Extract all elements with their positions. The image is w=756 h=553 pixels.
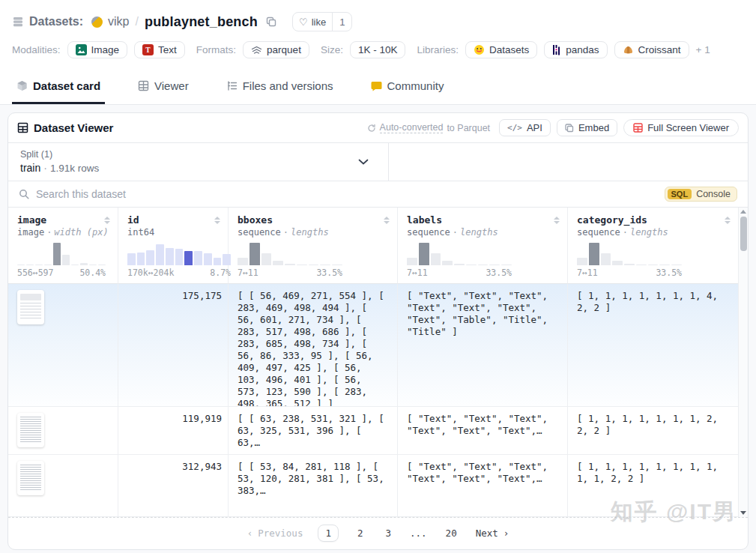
embed-button[interactable]: Embed [557,119,617,136]
search-icon [19,189,29,199]
split-name: train [20,162,40,174]
owner-avatar[interactable] [91,16,103,28]
library-datasets-badge[interactable]: Datasets [465,41,537,58]
size-value: 1K - 10K [358,44,398,55]
histogram-bar [89,265,97,266]
column-histogram[interactable] [238,243,342,265]
page-button-1[interactable]: 1 [318,525,339,542]
column-histogram[interactable] [127,243,231,265]
sql-console-button[interactable]: SQL Console [665,187,738,202]
table-row[interactable]: 119,919 [ [ 63, 238, 531, 321 ], [ 63, 3… [8,407,738,455]
tab-community[interactable]: Community [366,72,449,104]
column-name: image [17,214,46,226]
histogram-bar [273,261,283,265]
fullscreen-viewer-button[interactable]: Full Screen Viewer [623,119,739,136]
histogram-bar [17,265,25,266]
histogram-bar [194,251,202,265]
column-type-detail: width (px) [54,227,108,238]
search-input[interactable] [36,188,658,200]
datasets-section-label: Datasets: [29,15,83,28]
tab-viewer[interactable]: Viewer [133,72,193,104]
histogram-bar [285,264,295,265]
page-button-20[interactable]: 20 [442,525,461,541]
size-badge[interactable]: 1K - 10K [350,41,406,58]
next-page-button[interactable]: Next › [476,528,509,539]
pagination: ‹ Previous 1 2 3 ... 20 Next › [8,517,748,549]
more-libraries-label[interactable]: + 1 [696,44,710,55]
like-button[interactable]: ♡ like 1 [292,12,352,31]
like-button-left[interactable]: ♡ like [293,13,333,31]
sort-icon[interactable] [384,217,390,224]
column-header-bboxes[interactable]: bboxes sequence·lengths 7↔1133.5% [229,208,398,284]
histogram-bar [659,265,670,265]
column-histogram[interactable] [407,243,512,265]
modality-text-badge[interactable]: T Text [134,41,185,58]
cell-id: 175,175 [118,284,229,406]
text-modality-icon: T [142,44,154,55]
column-header-category-ids[interactable]: category_ids sequence·lengths 7↔1133.5% [568,208,738,284]
histogram-bar [320,265,330,265]
modality-image-badge[interactable]: Image [67,41,128,58]
like-count[interactable]: 1 [333,13,351,31]
histogram-bar [175,249,184,266]
column-histogram[interactable] [17,243,106,265]
format-parquet-badge[interactable]: parquet [243,41,309,58]
cell-labels: [ "Text", "Text", "Text", "Text", "Text"… [398,407,568,454]
dataset-name-link[interactable]: publaynet_bench [145,14,258,30]
library-pandas-badge[interactable]: pandas [544,41,607,58]
previous-page-button[interactable]: ‹ Previous [247,528,303,539]
row-image-thumbnail[interactable] [17,413,44,447]
column-header-image[interactable]: image image·width (px) 556↔59750.4% [8,208,118,284]
page-button-3[interactable]: 3 [382,525,396,541]
sort-icon[interactable] [725,217,731,224]
scrollbar-thumb[interactable] [740,217,747,251]
histogram-bar [407,258,417,265]
tab-files-and-versions[interactable]: Files and versions [222,72,338,104]
column-name: bboxes [238,214,273,226]
library-croissant-badge[interactable]: Croissant [614,41,689,58]
owner-link[interactable]: vikp [108,15,129,28]
column-type: sequence [577,227,620,238]
format-parquet-label: parquet [267,44,301,55]
histogram-bar [80,263,88,265]
column-header-labels[interactable]: labels sequence·lengths 7↔1133.5% [398,208,568,284]
parquet-icon [251,46,262,55]
column-histogram[interactable] [577,243,682,265]
sort-icon[interactable] [104,217,110,224]
split-select[interactable]: Split (1) train·1.91k rows [8,143,389,181]
previous-arrow: ‹ [247,528,253,539]
copy-name-icon[interactable] [266,16,276,27]
row-image-thumbnail[interactable] [17,290,44,324]
sort-icon[interactable] [554,217,560,224]
table-row[interactable]: 312,943 [ [ 53, 84, 281, 118 ], [ 53, 12… [8,455,738,517]
histogram-bar [146,250,154,265]
histogram-bar [127,253,136,265]
tab-dataset-card[interactable]: Dataset card [12,72,105,104]
auto-converted-link[interactable]: Auto-converted to Parquet [367,122,490,133]
api-button[interactable]: </> API [499,119,551,136]
column-header-id[interactable]: id int64 170k↔204k8.7% [118,208,229,284]
page-button-2[interactable]: 2 [354,525,367,541]
row-image-thumbnail[interactable] [17,461,44,495]
sort-icon[interactable] [214,217,220,224]
cell-image [8,284,118,406]
histogram-bar [466,265,477,265]
histogram-bar [35,265,43,266]
scrollbar-up-arrow[interactable] [740,210,746,214]
tab-viewer-label: Viewer [154,79,189,92]
column-type-detail: lengths [630,227,668,238]
column-name: id [127,214,139,226]
refresh-icon [367,124,376,133]
histogram-bar [26,265,34,266]
type-sep: · [283,227,288,238]
heart-icon: ♡ [299,17,308,27]
embed-copy-icon [565,124,574,133]
table-scrollbar[interactable] [738,208,748,517]
scrollbar-down-arrow[interactable] [740,511,746,515]
cell-id: 312,943 [118,455,229,516]
split-row-spacer [389,143,748,181]
dataset-meta-row: Modalities: Image T Text Formats: parque… [12,41,744,58]
modality-text-label: Text [158,44,177,55]
cell-image [8,455,118,516]
table-row[interactable]: 175,175 [ [ 56, 469, 271, 554 ], [ 283, … [8,284,738,407]
